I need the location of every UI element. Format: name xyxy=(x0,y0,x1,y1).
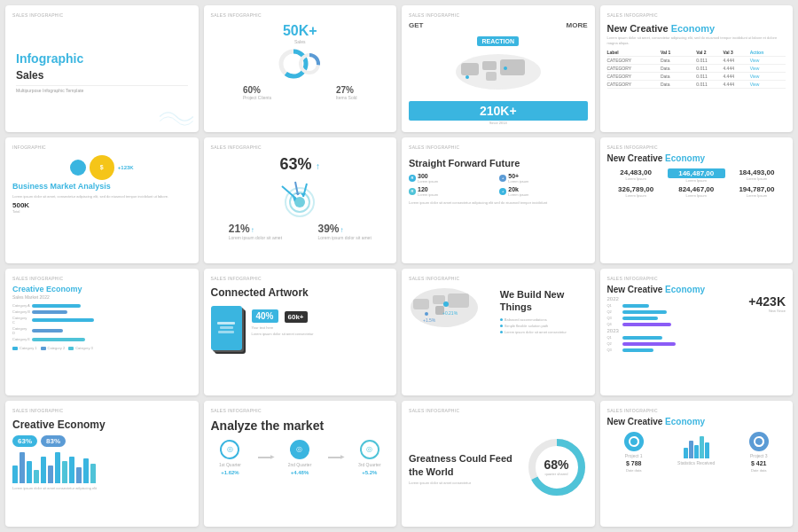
slide-14-q1-icon: ◎ xyxy=(220,440,239,459)
slide-16-proj1-icon xyxy=(624,432,644,451)
slide-5-stat1: 500K xyxy=(12,201,192,209)
svg-rect-6 xyxy=(482,61,497,70)
slide-7-stats: R 300 Lorem ipsum + 50+ Lorem ipsum R 12… xyxy=(409,173,588,197)
slide-9-title: Creative Economy xyxy=(12,285,192,293)
slide-5-label: Infographic xyxy=(12,145,192,150)
slide-5-desc: Lorem ipsum dolor sit amet, consectetur … xyxy=(12,194,192,200)
slide-1-title: Infographic Sales xyxy=(16,51,188,82)
slide-6[interactable]: Sales Infographic 63% ↑ 21% xyxy=(204,137,397,264)
slide-14-label: Sales Infographic xyxy=(211,408,390,413)
slide-12-hbars1: Q1 Q2 Q3 Q4 xyxy=(607,303,676,326)
slide-10-pct2: 60k+ xyxy=(285,311,308,323)
slide-9[interactable]: Sales Infographic Creative Economy Sales… xyxy=(5,269,199,395)
slide-15-label: Sales Infographic xyxy=(409,408,588,413)
svg-rect-7 xyxy=(500,59,525,75)
slide-13-title: Creative Economy xyxy=(12,419,192,433)
slide-3-get: GET xyxy=(409,21,423,29)
slide-16-proj3-icon xyxy=(749,432,769,451)
wave-decoration xyxy=(159,106,194,128)
slide-16-projects: Project 1 $ 788 Date data Statistics Rec… xyxy=(607,432,786,473)
slide-13[interactable]: Sales Infographic Creative Economy 63% 8… xyxy=(5,401,199,528)
slide-12-label: Sales Infographic xyxy=(607,276,786,281)
slide-14-q2-icon: ◎ xyxy=(290,440,309,459)
slide-6-arrow: ↑ xyxy=(316,161,320,171)
slide-5[interactable]: Infographic $ +123K Business Market Anal… xyxy=(5,137,199,264)
slide-4[interactable]: Sales Infographic New Creative Economy L… xyxy=(600,5,794,132)
slide-3-more: MORE xyxy=(567,21,588,29)
slide-10-desc: Lorem ipsum dolor sit amet consectetur xyxy=(252,332,314,336)
slide-2-pct1: 60% xyxy=(243,85,271,95)
slide-9-label: Sales Infographic xyxy=(12,276,192,281)
slide-3-210k: 210K+ xyxy=(409,101,588,121)
slide-3[interactable]: Sales Infographic GET MORE REACTION 210K… xyxy=(402,5,595,132)
slide-1[interactable]: Sales Infographic Infographic Sales Mult… xyxy=(5,5,199,132)
slide-6-pctmain: 63% xyxy=(280,155,312,173)
slide-12[interactable]: Sales Infographic New Creative Economy 2… xyxy=(600,269,794,395)
svg-rect-21 xyxy=(413,299,429,309)
slide-6-sub1: 21% xyxy=(229,223,250,235)
slide-12-hbars2: Q1 Q2 Q3 xyxy=(607,335,676,352)
slide-10[interactable]: Sales Infographic Connected Artwork 40% … xyxy=(204,269,397,395)
svg-point-25 xyxy=(443,301,449,307)
slide-9-barchart: Category A Category B Category C Categor… xyxy=(12,303,192,343)
slide-11-map: +0.21% +1.5% xyxy=(409,283,480,332)
slide-4-title: New Creative Economy xyxy=(607,23,786,34)
slide-12-bigplus: +423K xyxy=(748,294,786,309)
slide-11-title: We Build New Things xyxy=(500,288,588,314)
slide-2-pct2: 27% xyxy=(336,85,357,95)
slide-14[interactable]: Sales Infographic Analyze the market ◎ 1… xyxy=(204,401,397,528)
slide-5-stat2: +123K xyxy=(118,165,134,170)
slide-16[interactable]: Sales Infographic New Creative Economy P… xyxy=(600,401,794,528)
slide-2[interactable]: Sales Infographic 50K+ Sales 60% Project… xyxy=(204,5,397,132)
slide-6-sub1lbl: Lorem ipsum dolor sit amet xyxy=(229,235,282,240)
slide-15-desc: Lorem ipsum dolor sit amet consectetur xyxy=(409,481,520,485)
slide-14-title: Analyze the market xyxy=(211,419,390,433)
slide-8-label: Sales Infographic xyxy=(607,145,786,150)
slide-9-charttitle: Sales Market 2022 xyxy=(12,294,192,300)
slide-2-pct1lbl: Project Clients xyxy=(243,95,271,100)
slide-11-bullets: Balanced accommodations Simple flexible … xyxy=(500,317,588,334)
slides-grid: Sales Infographic Infographic Sales Mult… xyxy=(0,0,798,532)
slide-10-label: Sales Infographic xyxy=(211,276,390,281)
slide-13-label: Sales Infographic xyxy=(12,408,192,413)
slide-10-title: Connected Artwork xyxy=(211,286,390,301)
slide-16-label: Sales Infographic xyxy=(607,408,786,413)
slide-7-title: Straight Forward Future xyxy=(409,157,588,169)
slide-11-label: Sales Infographic xyxy=(409,276,588,281)
slide-3-reaction: REACTION xyxy=(477,36,519,46)
slide-7[interactable]: Sales Infographic Straight Forward Futur… xyxy=(402,137,595,264)
slide-8[interactable]: Sales Infographic New Creative Economy 2… xyxy=(600,137,794,264)
slide-16-title: New Creative Economy xyxy=(607,417,786,426)
world-map-icon xyxy=(454,52,543,92)
slide-7-label: Sales Infographic xyxy=(409,145,588,150)
slide-1-subtitle: Multipurpose Infographic Template xyxy=(16,85,188,93)
slide-14-quarters: ◎ 1st Quarter +1.62% ◎ 2nd Quarter +4.48… xyxy=(211,440,390,475)
slide-14-arrow1 xyxy=(258,457,271,458)
slide-6-label: Sales Infographic xyxy=(211,145,390,150)
svg-point-27 xyxy=(425,312,428,316)
slide-5-title: Business Market Analysis xyxy=(12,182,192,191)
slide-3-210lbl: Since 2014 xyxy=(409,121,588,125)
slide-6-sub2lbl: Lorem ipsum dolor sit amet xyxy=(317,235,371,240)
slide-4-table: Label Val 1 Val 2 Val 3 Action CATEGORY … xyxy=(607,49,786,89)
slide-5-circle-big: $ xyxy=(90,155,114,180)
slide-11[interactable]: Sales Infographic +0.21% +1.5% We Build … xyxy=(402,269,595,395)
svg-rect-23 xyxy=(448,293,469,308)
slide-2-pct2lbl: Items Sold xyxy=(336,95,357,100)
slide-15-pctlbl: quarter shared xyxy=(544,472,568,476)
slide-2-bignum: 50K+ xyxy=(211,23,390,39)
svg-text:+1.5%: +1.5% xyxy=(423,317,436,323)
svg-line-14 xyxy=(282,186,296,199)
slide-3-label: Sales Infographic xyxy=(409,12,588,18)
slide-15-title: Greatness Could Feed the World xyxy=(409,452,520,478)
slide-12-year1: 2022 xyxy=(607,296,676,301)
slide-6-sub2: 39% xyxy=(317,223,339,235)
slide-10-pct1: 40% xyxy=(252,309,278,323)
slide-15[interactable]: Sales Infographic Greatness Could Feed t… xyxy=(402,401,595,528)
slide-14-arrow2 xyxy=(328,457,341,458)
slide-2-biglbl: Sales xyxy=(211,39,390,44)
slide-8-title: New Creative Economy xyxy=(607,153,786,163)
svg-marker-17 xyxy=(295,193,301,195)
svg-rect-22 xyxy=(433,295,445,304)
slide-12-title: New Creative Economy xyxy=(607,285,786,294)
